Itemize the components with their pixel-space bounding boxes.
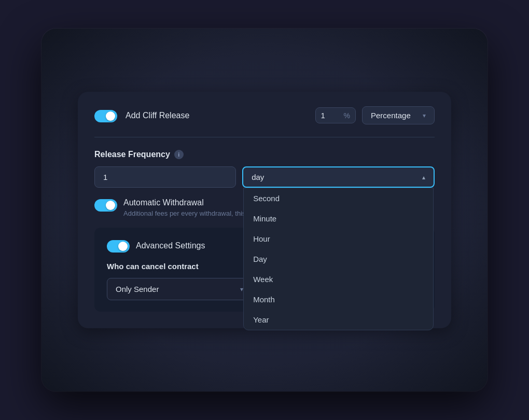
dropdown-item-week[interactable]: Week [244, 269, 433, 289]
dropdown-item-hour[interactable]: Hour [244, 229, 433, 249]
frequency-dropdown-menu: Second Minute Hour Day Week Month Year [243, 188, 434, 330]
settings-card: Add Cliff Release % Percentage ▾ Release… [78, 92, 451, 328]
cancel-dropdown-value: Only Sender [116, 285, 159, 293]
percentage-dropdown-label: Percentage [371, 111, 411, 120]
advanced-settings-label: Advanced Settings [136, 241, 205, 250]
dropdown-item-year[interactable]: Year [244, 310, 433, 330]
divider [94, 137, 435, 137]
percentage-dropdown[interactable]: Percentage ▾ [362, 106, 435, 124]
release-frequency-label: Release Frequency i [94, 150, 435, 159]
frequency-row: day ▴ Second Minute Hour Day Week Month … [94, 166, 435, 188]
cliff-number-input[interactable] [321, 111, 342, 120]
auto-withdrawal-toggle[interactable] [94, 199, 117, 212]
info-icon[interactable]: i [174, 150, 184, 159]
frequency-dropdown-selected: day [252, 173, 264, 181]
frequency-dropdown[interactable]: day ▴ Second Minute Hour Day Week Month … [242, 166, 435, 188]
cancel-dropdown[interactable]: Only Sender ▾ [107, 278, 252, 300]
dropdown-item-minute[interactable]: Minute [244, 208, 433, 229]
advanced-settings-toggle[interactable] [107, 240, 130, 253]
cliff-number-wrap: % [315, 107, 356, 123]
cliff-percent-sign: % [344, 111, 350, 120]
dropdown-item-month[interactable]: Month [244, 289, 433, 310]
dropdown-item-second[interactable]: Second [244, 188, 433, 208]
cliff-toggle[interactable] [94, 110, 117, 122]
frequency-number-input[interactable] [94, 166, 236, 188]
cliff-release-row: Add Cliff Release % Percentage ▾ [94, 106, 435, 124]
percentage-chevron-icon: ▾ [423, 112, 426, 119]
dropdown-item-day[interactable]: Day [244, 249, 433, 269]
cliff-row-right: % Percentage ▾ [315, 106, 435, 124]
frequency-chevron-up-icon: ▴ [422, 174, 425, 181]
cliff-label: Add Cliff Release [126, 111, 189, 120]
cancel-dropdown-chevron-icon: ▾ [240, 286, 243, 293]
outer-wrapper: Add Cliff Release % Percentage ▾ Release… [41, 29, 488, 391]
